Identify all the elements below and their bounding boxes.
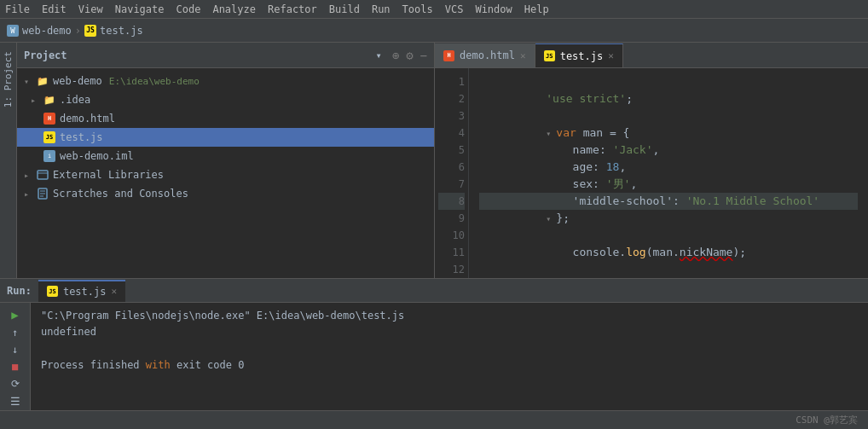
run-stop-button[interactable]: ■ (6, 361, 25, 373)
breadcrumb-file-icon: JS (84, 25, 96, 37)
sidebar-actions: ⊕ ⚙ − (392, 49, 427, 62)
menu-edit[interactable]: Edit (42, 3, 67, 15)
folder-icon: 📁 (36, 74, 49, 88)
menu-build[interactable]: Build (329, 3, 360, 15)
tree-item-webdemo[interactable]: ▾ 📁 web-demo E:\idea\web-demo (17, 72, 434, 90)
tree-item-extlib[interactable]: ▸ External Libraries (17, 165, 434, 184)
run-tab-label-testjs: test.js (63, 286, 107, 298)
run-output-line-4: Process finished with exit code 0 (41, 357, 858, 374)
sidebar-locate-button[interactable]: ⊕ (392, 49, 399, 62)
run-output: "C:\Program Files\nodejs\node.exe" E:\id… (31, 303, 868, 410)
line-num-12: 12 (438, 261, 465, 278)
tree-label-webdemo: web-demo (53, 75, 102, 87)
tree-item-testjs[interactable]: JS test.js (17, 128, 434, 147)
sidebar: Project ▾ ⊕ ⚙ − ▾ 📁 web-demo E:\idea\web… (17, 43, 435, 278)
tree-label-demohtml: demo.html (60, 113, 115, 125)
lib-icon (36, 168, 49, 182)
tree-label-idea: .idea (60, 94, 90, 106)
sidebar-header: Project ▾ ⊕ ⚙ − (17, 43, 434, 68)
menu-navigate[interactable]: Navigate (115, 3, 165, 15)
breadcrumb-file[interactable]: test.js (100, 25, 143, 37)
fold-icon-8[interactable]: ▾ (546, 214, 556, 223)
tree-label-testjs: test.js (60, 131, 103, 143)
menu-window[interactable]: Window (475, 3, 512, 15)
run-down-button[interactable]: ↓ (6, 344, 25, 356)
tree-label-iml: web-demo.iml (60, 150, 134, 162)
tree-arrow-idea: ▸ (31, 96, 39, 105)
line-num-7: 7 (438, 176, 465, 193)
sidebar-title: Project (24, 49, 372, 61)
run-rerun-button[interactable]: ⟳ (6, 378, 25, 390)
run-panel: Run: JS test.js ✕ ▶ ↑ ↓ ■ ⟳ ☰ ⇅ "C:\Prog… (0, 278, 868, 410)
menu-vcs[interactable]: VCS (445, 3, 464, 15)
tab-demohtml[interactable]: H demo.html ✕ (435, 43, 535, 67)
tab-testjs[interactable]: JS test.js ✕ (535, 43, 623, 67)
tree-arrow-scratches: ▸ (24, 189, 32, 199)
line-num-3: 3 (438, 107, 465, 125)
run-play-button[interactable]: ▶ (6, 308, 25, 322)
tab-html-icon: H (443, 50, 454, 61)
menu-file[interactable]: File (5, 3, 30, 15)
line-num-2: 2 (438, 90, 465, 107)
fold-icon-3[interactable]: ▾ (546, 129, 556, 138)
js-file-icon: JS (43, 130, 56, 144)
code-line-12 (479, 261, 858, 278)
tab-js-icon: JS (544, 50, 555, 61)
breadcrumb-separator: › (75, 25, 81, 37)
run-output-line-1: "C:\Program Files\nodejs\node.exe" E:\id… (41, 308, 858, 324)
tree-item-demohtml[interactable]: H demo.html (17, 109, 434, 128)
editor-area: H demo.html ✕ JS test.js ✕ 1 2 3 4 5 6 7… (435, 43, 868, 278)
vertical-tab-panel[interactable]: 1: Project (0, 43, 17, 278)
code-line-10: console.log(man.nickName); (479, 227, 858, 244)
menu-view[interactable]: View (78, 3, 103, 15)
html-file-icon: H (43, 112, 56, 125)
tree-item-scratches[interactable]: ▸ Scratches and Consoles (17, 184, 434, 203)
line-num-1: 1 (438, 73, 465, 90)
sidebar-close-button[interactable]: − (420, 49, 427, 62)
main-area: 1: Project Project ▾ ⊕ ⚙ − ▾ 📁 web-demo … (0, 43, 868, 278)
line-numbers: 1 2 3 4 5 6 7 8 9 10 11 12 (435, 68, 469, 278)
line-num-9: 9 (438, 210, 465, 227)
iml-file-icon: i (43, 149, 56, 163)
run-tab-testjs[interactable]: JS test.js ✕ (38, 280, 125, 302)
run-menu-button[interactable]: ☰ (6, 395, 25, 408)
menu-run[interactable]: Run (372, 3, 391, 15)
tab-testjs-close[interactable]: ✕ (608, 50, 614, 61)
code-area[interactable]: 'use strict'; ▾ var man = { name: 'Jack'… (469, 68, 868, 278)
tree-label-extlib: External Libraries (53, 169, 164, 181)
line-num-5: 5 (438, 142, 465, 159)
breadcrumb-project[interactable]: web-demo (22, 25, 72, 37)
run-up-button[interactable]: ↑ (6, 327, 25, 339)
run-label: Run: (7, 285, 32, 297)
menu-tools[interactable]: Tools (402, 3, 433, 15)
tab-testjs-label: test.js (560, 50, 604, 62)
menu-refactor[interactable]: Refactor (268, 3, 317, 15)
credit-text: CSDN @郭艺宾 (796, 414, 858, 426)
menu-help[interactable]: Help (524, 3, 549, 15)
tab-demohtml-label: demo.html (460, 49, 515, 61)
line-num-6: 6 (438, 159, 465, 176)
tree-item-iml[interactable]: i web-demo.iml (17, 147, 434, 165)
sidebar-dropdown-icon[interactable]: ▾ (375, 49, 381, 61)
editor-tabs: H demo.html ✕ JS test.js ✕ (435, 43, 868, 68)
svg-rect-0 (38, 171, 48, 179)
scratch-icon (36, 187, 49, 200)
menu-code[interactable]: Code (176, 3, 201, 15)
sidebar-settings-button[interactable]: ⚙ (406, 49, 413, 62)
run-tabs: Run: JS test.js ✕ (0, 279, 868, 303)
tree-item-idea[interactable]: ▸ 📁 .idea (17, 90, 434, 109)
folder-icon-idea: 📁 (43, 93, 56, 107)
code-line-1: 'use strict'; (479, 73, 858, 90)
vertical-tab-label[interactable]: 1: Project (1, 46, 15, 113)
editor-content: 1 2 3 4 5 6 7 8 9 10 11 12 'use strict'; (435, 68, 868, 278)
run-output-line-3 (41, 340, 858, 357)
line-num-4: 4 (438, 125, 465, 142)
menu-bar: File Edit View Navigate Code Analyze Ref… (0, 0, 868, 19)
project-icon: W (7, 25, 19, 37)
run-content: ▶ ↑ ↓ ■ ⟳ ☰ ⇅ "C:\Program Files\nodejs\n… (0, 303, 868, 410)
menu-analyze[interactable]: Analyze (212, 3, 256, 15)
tree-label-scratches: Scratches and Consoles (53, 188, 188, 200)
line-num-8: 8 (438, 193, 465, 210)
run-tab-close[interactable]: ✕ (111, 286, 117, 297)
tab-demohtml-close[interactable]: ✕ (520, 50, 526, 61)
